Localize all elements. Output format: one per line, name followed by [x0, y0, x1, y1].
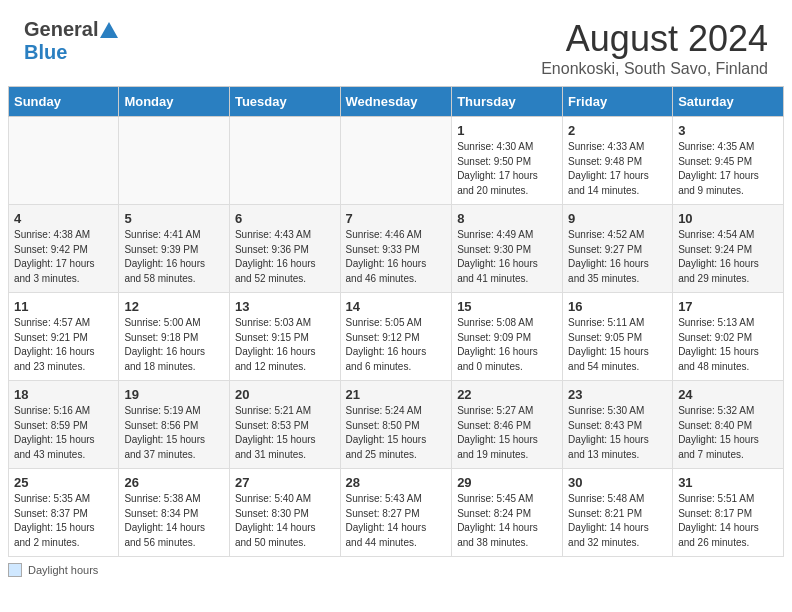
day-number: 24: [678, 387, 778, 402]
day-number: 7: [346, 211, 447, 226]
day-number: 9: [568, 211, 667, 226]
day-info: Sunrise: 4:41 AM Sunset: 9:39 PM Dayligh…: [124, 228, 224, 286]
calendar-cell: 10Sunrise: 4:54 AM Sunset: 9:24 PM Dayli…: [673, 205, 784, 293]
day-number: 23: [568, 387, 667, 402]
calendar-cell: 1Sunrise: 4:30 AM Sunset: 9:50 PM Daylig…: [452, 117, 563, 205]
day-number: 14: [346, 299, 447, 314]
header-row: SundayMondayTuesdayWednesdayThursdayFrid…: [9, 87, 784, 117]
day-info: Sunrise: 4:46 AM Sunset: 9:33 PM Dayligh…: [346, 228, 447, 286]
day-number: 10: [678, 211, 778, 226]
calendar-cell: 18Sunrise: 5:16 AM Sunset: 8:59 PM Dayli…: [9, 381, 119, 469]
day-number: 6: [235, 211, 335, 226]
calendar-cell: [119, 117, 230, 205]
header-day: Wednesday: [340, 87, 452, 117]
footer: Daylight hours: [0, 557, 792, 581]
calendar-cell: 26Sunrise: 5:38 AM Sunset: 8:34 PM Dayli…: [119, 469, 230, 557]
day-info: Sunrise: 5:45 AM Sunset: 8:24 PM Dayligh…: [457, 492, 557, 550]
calendar-cell: 31Sunrise: 5:51 AM Sunset: 8:17 PM Dayli…: [673, 469, 784, 557]
daylight-label: Daylight hours: [28, 564, 98, 576]
calendar-table: SundayMondayTuesdayWednesdayThursdayFrid…: [8, 86, 784, 557]
day-number: 5: [124, 211, 224, 226]
day-number: 11: [14, 299, 113, 314]
calendar-cell: [9, 117, 119, 205]
day-info: Sunrise: 5:16 AM Sunset: 8:59 PM Dayligh…: [14, 404, 113, 462]
calendar-cell: 27Sunrise: 5:40 AM Sunset: 8:30 PM Dayli…: [229, 469, 340, 557]
day-info: Sunrise: 5:13 AM Sunset: 9:02 PM Dayligh…: [678, 316, 778, 374]
day-number: 3: [678, 123, 778, 138]
day-info: Sunrise: 5:51 AM Sunset: 8:17 PM Dayligh…: [678, 492, 778, 550]
day-info: Sunrise: 4:30 AM Sunset: 9:50 PM Dayligh…: [457, 140, 557, 198]
calendar-cell: 8Sunrise: 4:49 AM Sunset: 9:30 PM Daylig…: [452, 205, 563, 293]
day-number: 25: [14, 475, 113, 490]
logo-triangle-icon: [100, 22, 118, 38]
calendar-cell: 25Sunrise: 5:35 AM Sunset: 8:37 PM Dayli…: [9, 469, 119, 557]
day-info: Sunrise: 4:38 AM Sunset: 9:42 PM Dayligh…: [14, 228, 113, 286]
page-header: General Blue August 2024 Enonkoski, Sout…: [0, 0, 792, 86]
day-info: Sunrise: 5:30 AM Sunset: 8:43 PM Dayligh…: [568, 404, 667, 462]
day-number: 28: [346, 475, 447, 490]
day-number: 13: [235, 299, 335, 314]
calendar-cell: 20Sunrise: 5:21 AM Sunset: 8:53 PM Dayli…: [229, 381, 340, 469]
day-info: Sunrise: 4:33 AM Sunset: 9:48 PM Dayligh…: [568, 140, 667, 198]
main-title: August 2024: [541, 18, 768, 60]
day-info: Sunrise: 5:08 AM Sunset: 9:09 PM Dayligh…: [457, 316, 557, 374]
calendar-cell: 29Sunrise: 5:45 AM Sunset: 8:24 PM Dayli…: [452, 469, 563, 557]
day-number: 22: [457, 387, 557, 402]
day-number: 4: [14, 211, 113, 226]
header-day: Thursday: [452, 87, 563, 117]
day-info: Sunrise: 5:00 AM Sunset: 9:18 PM Dayligh…: [124, 316, 224, 374]
day-info: Sunrise: 5:24 AM Sunset: 8:50 PM Dayligh…: [346, 404, 447, 462]
day-info: Sunrise: 4:35 AM Sunset: 9:45 PM Dayligh…: [678, 140, 778, 198]
calendar-cell: 12Sunrise: 5:00 AM Sunset: 9:18 PM Dayli…: [119, 293, 230, 381]
day-info: Sunrise: 4:49 AM Sunset: 9:30 PM Dayligh…: [457, 228, 557, 286]
calendar-week-row: 4Sunrise: 4:38 AM Sunset: 9:42 PM Daylig…: [9, 205, 784, 293]
day-number: 27: [235, 475, 335, 490]
day-info: Sunrise: 4:57 AM Sunset: 9:21 PM Dayligh…: [14, 316, 113, 374]
day-number: 31: [678, 475, 778, 490]
calendar-cell: 5Sunrise: 4:41 AM Sunset: 9:39 PM Daylig…: [119, 205, 230, 293]
header-day: Sunday: [9, 87, 119, 117]
day-number: 16: [568, 299, 667, 314]
calendar-week-row: 18Sunrise: 5:16 AM Sunset: 8:59 PM Dayli…: [9, 381, 784, 469]
day-number: 12: [124, 299, 224, 314]
day-number: 17: [678, 299, 778, 314]
calendar-cell: [229, 117, 340, 205]
day-info: Sunrise: 5:43 AM Sunset: 8:27 PM Dayligh…: [346, 492, 447, 550]
day-info: Sunrise: 5:38 AM Sunset: 8:34 PM Dayligh…: [124, 492, 224, 550]
day-info: Sunrise: 4:52 AM Sunset: 9:27 PM Dayligh…: [568, 228, 667, 286]
day-number: 29: [457, 475, 557, 490]
calendar-cell: 28Sunrise: 5:43 AM Sunset: 8:27 PM Dayli…: [340, 469, 452, 557]
day-number: 26: [124, 475, 224, 490]
calendar-cell: 2Sunrise: 4:33 AM Sunset: 9:48 PM Daylig…: [563, 117, 673, 205]
calendar-cell: 13Sunrise: 5:03 AM Sunset: 9:15 PM Dayli…: [229, 293, 340, 381]
daylight-box-icon: [8, 563, 22, 577]
day-info: Sunrise: 5:21 AM Sunset: 8:53 PM Dayligh…: [235, 404, 335, 462]
day-number: 20: [235, 387, 335, 402]
day-number: 30: [568, 475, 667, 490]
day-info: Sunrise: 5:40 AM Sunset: 8:30 PM Dayligh…: [235, 492, 335, 550]
calendar-cell: 9Sunrise: 4:52 AM Sunset: 9:27 PM Daylig…: [563, 205, 673, 293]
calendar-cell: 7Sunrise: 4:46 AM Sunset: 9:33 PM Daylig…: [340, 205, 452, 293]
calendar-body: 1Sunrise: 4:30 AM Sunset: 9:50 PM Daylig…: [9, 117, 784, 557]
day-info: Sunrise: 5:05 AM Sunset: 9:12 PM Dayligh…: [346, 316, 447, 374]
calendar-week-row: 1Sunrise: 4:30 AM Sunset: 9:50 PM Daylig…: [9, 117, 784, 205]
calendar-week-row: 11Sunrise: 4:57 AM Sunset: 9:21 PM Dayli…: [9, 293, 784, 381]
day-info: Sunrise: 5:27 AM Sunset: 8:46 PM Dayligh…: [457, 404, 557, 462]
logo: General Blue: [24, 18, 118, 64]
calendar-header: SundayMondayTuesdayWednesdayThursdayFrid…: [9, 87, 784, 117]
day-info: Sunrise: 5:19 AM Sunset: 8:56 PM Dayligh…: [124, 404, 224, 462]
logo-blue: Blue: [24, 41, 67, 64]
day-number: 15: [457, 299, 557, 314]
calendar-cell: 21Sunrise: 5:24 AM Sunset: 8:50 PM Dayli…: [340, 381, 452, 469]
calendar-week-row: 25Sunrise: 5:35 AM Sunset: 8:37 PM Dayli…: [9, 469, 784, 557]
calendar-cell: 11Sunrise: 4:57 AM Sunset: 9:21 PM Dayli…: [9, 293, 119, 381]
header-day: Monday: [119, 87, 230, 117]
day-info: Sunrise: 5:32 AM Sunset: 8:40 PM Dayligh…: [678, 404, 778, 462]
day-number: 2: [568, 123, 667, 138]
day-info: Sunrise: 4:54 AM Sunset: 9:24 PM Dayligh…: [678, 228, 778, 286]
day-info: Sunrise: 5:03 AM Sunset: 9:15 PM Dayligh…: [235, 316, 335, 374]
day-number: 19: [124, 387, 224, 402]
calendar-cell: 16Sunrise: 5:11 AM Sunset: 9:05 PM Dayli…: [563, 293, 673, 381]
day-number: 18: [14, 387, 113, 402]
calendar-cell: 22Sunrise: 5:27 AM Sunset: 8:46 PM Dayli…: [452, 381, 563, 469]
